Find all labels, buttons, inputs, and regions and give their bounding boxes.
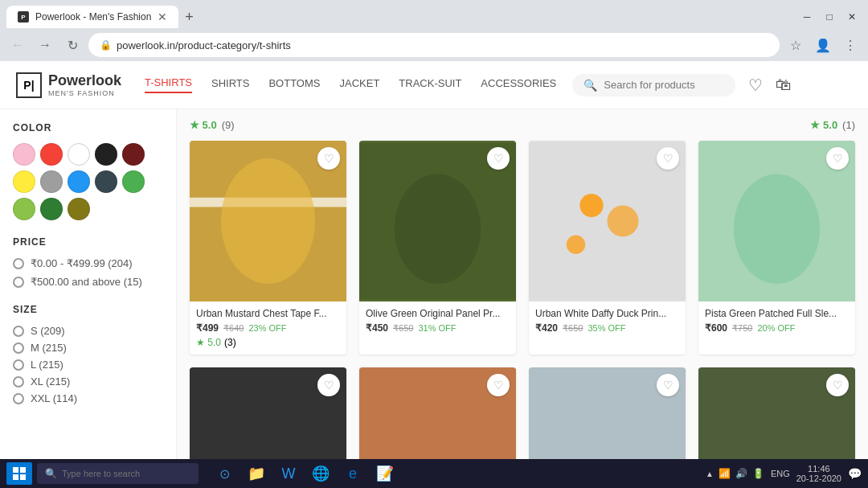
logo-area[interactable]: P| Powerlook MEN'S FASHION [16, 72, 129, 98]
color-swatch-grey[interactable] [40, 170, 63, 193]
wishlist-btn-3[interactable]: ♡ [826, 147, 849, 170]
taskbar-app-word[interactable]: W [274, 459, 303, 488]
wishlist-btn-0[interactable]: ♡ [317, 147, 340, 170]
top-ratings-row: ★ 5.0 (9) ★ 5.0 (1) [190, 119, 855, 131]
color-swatch-red[interactable] [40, 143, 63, 166]
price-radio-high[interactable] [13, 277, 24, 288]
tab-close-button[interactable]: ✕ [158, 10, 167, 23]
size-radio-l[interactable] [13, 359, 24, 371]
search-input[interactable] [604, 79, 724, 91]
size-option-s[interactable]: S (209) [13, 325, 163, 337]
product-price-1: ₹450 ₹650 31% OFF [366, 322, 510, 334]
new-tab-button[interactable]: + [178, 6, 200, 29]
tray-network[interactable]: 📶 [719, 468, 731, 479]
price-option-high[interactable]: ₹500.00 and above (15) [13, 276, 163, 288]
taskbar-app-vscode[interactable]: 📝 [371, 459, 399, 488]
size-radio-xl[interactable] [13, 376, 24, 388]
size-option-xxl[interactable]: XXL (114) [13, 392, 163, 404]
rating-block-left: ★ 5.0 (9) [190, 119, 235, 131]
logo-icon: P| [16, 72, 42, 98]
taskbar-search-bar[interactable]: 🔍 [37, 463, 199, 484]
product-card-4[interactable]: ♡ [190, 367, 346, 459]
product-card-2[interactable]: ♡ Urban White Daffy Duck Prin... ₹420 ₹6… [529, 141, 686, 355]
color-swatch-maroon[interactable] [122, 143, 145, 166]
active-tab[interactable]: P Powerlook - Men's Fashion ✕ [6, 6, 178, 28]
price-filter-title: PRICE [13, 236, 163, 248]
sidebar: COLOR PRI [0, 109, 177, 459]
nav-item-tracksuit[interactable]: TRACK-SUIT [399, 77, 461, 92]
color-swatch-dark-blue[interactable] [95, 170, 117, 193]
svg-rect-15 [13, 467, 18, 473]
profile-button[interactable]: 👤 [812, 34, 834, 56]
color-swatch-light-green[interactable] [13, 198, 35, 220]
wishlist-btn-1[interactable]: ♡ [487, 147, 510, 170]
tab-bar: P Powerlook - Men's Fashion ✕ + ─ □ ✕ [0, 0, 868, 29]
product-card-5[interactable]: ♡ [359, 367, 516, 459]
size-option-m[interactable]: M (215) [13, 342, 163, 354]
size-radio-xxl[interactable] [13, 393, 24, 404]
wishlist-btn-2[interactable]: ♡ [657, 147, 679, 170]
color-swatch-pink[interactable] [13, 143, 35, 166]
wishlist-btn-4[interactable]: ♡ [317, 374, 340, 396]
color-filter-section: COLOR [13, 122, 163, 220]
start-button[interactable] [6, 462, 32, 485]
tray-lang[interactable]: ENG [771, 469, 790, 478]
size-radio-m[interactable] [13, 342, 24, 354]
nav-item-tshirts[interactable]: T-SHIRTS [145, 76, 192, 93]
color-swatch-dark-green[interactable] [40, 198, 63, 220]
taskbar-app-cortana[interactable]: ⊙ [210, 459, 239, 488]
bookmark-button[interactable]: ☆ [784, 34, 807, 56]
color-swatch-blue[interactable] [68, 170, 90, 193]
size-option-l[interactable]: L (215) [13, 359, 163, 371]
product-card-3[interactable]: ♡ Pista Green Patched Full Sle... ₹600 ₹… [698, 141, 855, 355]
search-bar[interactable]: 🔍 [572, 74, 735, 96]
extensions-button[interactable]: ⋮ [839, 34, 862, 56]
wishlist-button[interactable]: ♡ [748, 76, 763, 95]
refresh-button[interactable]: ↻ [61, 34, 84, 56]
wishlist-btn-6[interactable]: ♡ [657, 374, 679, 396]
color-grid [13, 143, 163, 220]
forward-button[interactable]: → [34, 34, 56, 56]
nav-item-shirts[interactable]: SHIRTS [211, 77, 249, 92]
price-radio-low[interactable] [13, 258, 24, 269]
product-card-6[interactable]: ♡ [529, 367, 686, 459]
close-window-button[interactable]: ✕ [842, 7, 862, 27]
wishlist-btn-7[interactable]: ♡ [826, 374, 849, 396]
product-card-1[interactable]: ♡ Olive Green Original Panel Pr... ₹450 … [359, 141, 516, 355]
nav-item-jacket[interactable]: JACKET [339, 77, 379, 92]
taskbar-time[interactable]: 11:46 20-12-2020 [796, 464, 841, 483]
back-button[interactable]: ← [6, 34, 29, 56]
taskbar-app-explorer[interactable]: 📁 [242, 459, 271, 488]
nav-item-bottoms[interactable]: BOTTOMS [268, 77, 320, 92]
cart-button[interactable]: 🛍 [776, 76, 792, 94]
color-swatch-yellow[interactable] [13, 170, 35, 193]
color-swatch-black[interactable] [95, 143, 117, 166]
size-label-s: S (209) [31, 325, 65, 337]
product-img-5: ♡ [359, 367, 516, 459]
address-bar[interactable]: 🔒 powerlook.in/product-category/t-shirts [88, 33, 780, 57]
color-swatch-white[interactable] [68, 143, 90, 166]
product-card-7[interactable]: ♡ [698, 367, 855, 459]
nav-item-accessories[interactable]: ACCESSORIES [481, 77, 556, 92]
color-swatch-olive[interactable] [68, 198, 90, 220]
wishlist-btn-5[interactable]: ♡ [487, 374, 510, 396]
price-option-low[interactable]: ₹0.00 - ₹499.99 (204) [13, 257, 163, 269]
size-radio-s[interactable] [13, 326, 24, 337]
taskbar-app-edge[interactable]: e [338, 459, 367, 488]
size-label-xxl: XXL (114) [31, 392, 77, 404]
maximize-button[interactable]: □ [820, 7, 839, 27]
tray-up-arrow[interactable]: ▲ [706, 470, 714, 478]
tray-volume[interactable]: 🔊 [735, 468, 747, 479]
taskbar-search-icon: 🔍 [45, 468, 57, 479]
taskbar-search-input[interactable] [62, 469, 190, 478]
notification-icon[interactable]: 💬 [848, 467, 862, 480]
color-swatch-green[interactable] [122, 170, 145, 193]
taskbar-right: ▲ 📶 🔊 🔋 ENG 11:46 20-12-2020 💬 [706, 464, 862, 483]
product-img-2: ♡ [529, 141, 686, 301]
size-option-xl[interactable]: XL (215) [13, 375, 163, 388]
svg-rect-16 [20, 467, 26, 473]
taskbar-app-chrome[interactable]: 🌐 [306, 459, 335, 488]
product-card-0[interactable]: ♡ Urban Mustard Chest Tape F... ₹499 ₹64… [190, 141, 346, 355]
tray-battery[interactable]: 🔋 [752, 468, 764, 479]
minimize-button[interactable]: ─ [797, 7, 817, 27]
